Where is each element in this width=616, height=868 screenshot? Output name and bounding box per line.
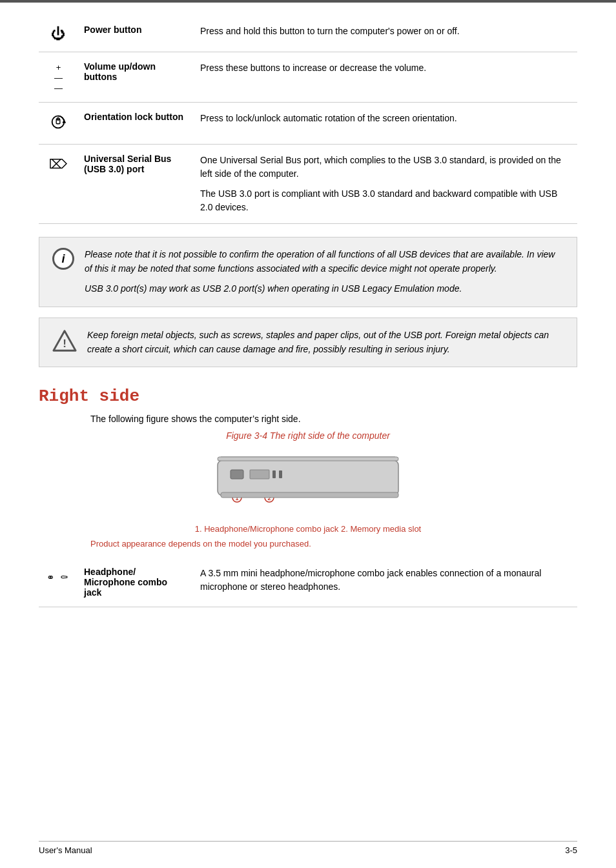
- power-button-desc: Press and hold this button to turn the c…: [194, 15, 577, 52]
- info-notice: i Please note that it is not possible to…: [39, 237, 577, 307]
- footer-left: User's Manual: [39, 845, 92, 855]
- power-icon: ⏻: [51, 26, 65, 42]
- table-row: + — — Volume up/down buttons Press these…: [39, 52, 577, 103]
- volume-button-name: Volume up/down buttons: [77, 52, 194, 103]
- page-footer: User's Manual 3-5: [39, 841, 577, 855]
- power-button-name: Power button: [77, 15, 194, 52]
- usb-icon: ⌫: [49, 156, 67, 171]
- right-side-heading: Right side: [39, 387, 577, 406]
- orientation-lock-icon: [45, 113, 71, 135]
- volume-icon: + — —: [45, 63, 71, 93]
- svg-text:!: !: [63, 338, 67, 350]
- headphone-jack-desc: A 3.5 mm mini headphone/microphone combo…: [194, 558, 577, 607]
- headphone-icon-cell: ⚭ ⚰: [39, 558, 77, 607]
- svg-rect-8: [231, 470, 243, 479]
- info-icon: i: [52, 248, 74, 270]
- info-notice-text: Please note that it is not possible to c…: [85, 248, 564, 296]
- table-row: ⏻ Power button Press and hold this butto…: [39, 15, 577, 52]
- warning-notice: ! Keep foreign metal objects, such as sc…: [39, 318, 577, 367]
- usb-port-desc: One Universal Serial Bus port, which com…: [194, 145, 577, 224]
- footer-right: 3-5: [565, 845, 577, 855]
- warning-icon: !: [52, 328, 77, 355]
- orientation-button-name: Orientation lock button: [77, 103, 194, 145]
- usb-port-name: Universal Serial Bus (USB 3.0) port: [77, 145, 194, 224]
- usb-icon-cell: ⌫: [39, 145, 77, 224]
- volume-icon-cell: + — —: [39, 52, 77, 103]
- svg-rect-17: [221, 492, 398, 498]
- headphone-icon: ⚭ ⚰: [46, 572, 70, 583]
- warning-notice-text: Keep foreign metal objects, such as scre…: [87, 328, 564, 356]
- svg-rect-11: [279, 470, 282, 478]
- right-side-feature-table: ⚭ ⚰ Headphone/ Microphone combo jack A 3…: [39, 558, 577, 607]
- orientation-button-desc: Press to lock/unlock automatic rotation …: [194, 103, 577, 145]
- feature-table: ⏻ Power button Press and hold this butto…: [39, 15, 577, 224]
- computer-figure: 1 2: [39, 447, 577, 514]
- computer-image: 1 2: [198, 447, 418, 514]
- table-row: ⌫ Universal Serial Bus (USB 3.0) port On…: [39, 145, 577, 224]
- power-icon-cell: ⏻: [39, 15, 77, 52]
- table-row: Orientation lock button Press to lock/un…: [39, 103, 577, 145]
- figure-labels: 1. Headphone/Microphone combo jack 2. Me…: [39, 524, 577, 534]
- svg-rect-16: [218, 457, 398, 461]
- product-note: Product appearance depends on the model …: [90, 539, 577, 549]
- headphone-jack-name: Headphone/ Microphone combo jack: [77, 558, 194, 607]
- figure-caption: Figure 3-4 The right side of the compute…: [39, 430, 577, 441]
- svg-rect-6: [218, 460, 398, 496]
- svg-rect-10: [272, 470, 276, 478]
- page-content: ⏻ Power button Press and hold this butto…: [0, 3, 616, 646]
- volume-button-desc: Press these buttons to increase or decre…: [194, 52, 577, 103]
- table-row: ⚭ ⚰ Headphone/ Microphone combo jack A 3…: [39, 558, 577, 607]
- orientation-icon-cell: [39, 103, 77, 145]
- svg-rect-9: [250, 470, 269, 479]
- svg-marker-1: [63, 119, 67, 123]
- section-intro: The following figure shows the computer’…: [90, 414, 577, 424]
